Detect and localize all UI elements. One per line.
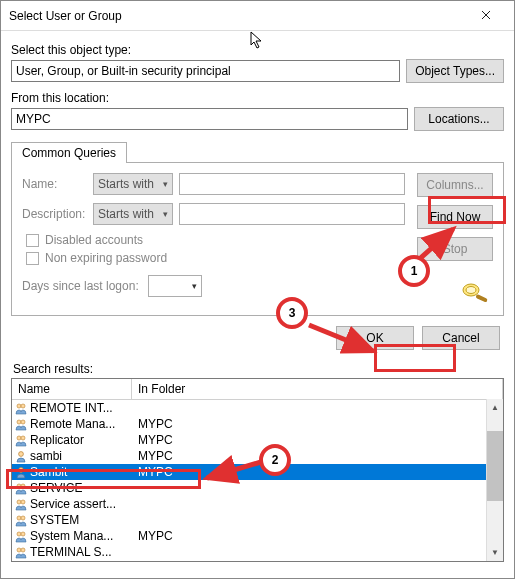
mouse-cursor-icon <box>250 31 266 51</box>
chevron-down-icon: ▾ <box>163 209 168 219</box>
result-name: Service assert... <box>30 497 134 511</box>
result-folder: MYPC <box>134 529 501 543</box>
locations-button[interactable]: Locations... <box>414 107 504 131</box>
name-label: Name: <box>22 177 87 191</box>
svg-point-18 <box>21 532 25 536</box>
svg-point-5 <box>17 420 21 424</box>
titlebar: Select User or Group <box>1 1 514 31</box>
days-since-logon-select[interactable]: ▾ <box>148 275 202 297</box>
result-name: REMOTE INT... <box>30 401 134 415</box>
result-row[interactable]: REMOTE INT... <box>12 400 503 416</box>
user-icon <box>14 465 28 479</box>
scroll-down-icon[interactable]: ▼ <box>487 544 503 561</box>
svg-point-20 <box>21 548 25 552</box>
scroll-up-icon[interactable]: ▲ <box>487 399 503 416</box>
description-query-input[interactable] <box>179 203 405 225</box>
svg-point-9 <box>19 452 24 457</box>
column-name-header[interactable]: Name <box>12 379 132 399</box>
svg-point-17 <box>17 532 21 536</box>
svg-point-15 <box>17 516 21 520</box>
select-user-group-window: Select User or Group Select this object … <box>0 0 515 579</box>
svg-rect-2 <box>475 294 488 303</box>
result-name: System Mana... <box>30 529 134 543</box>
svg-point-11 <box>17 484 21 488</box>
result-row[interactable]: Remote Mana...MYPC <box>12 416 503 432</box>
close-icon <box>481 9 491 23</box>
queries-form: Name: Starts with ▾ Description: Starts … <box>22 173 405 305</box>
svg-point-1 <box>466 287 476 294</box>
result-folder: MYPC <box>134 449 501 463</box>
svg-point-4 <box>21 404 25 408</box>
result-row[interactable]: SYSTEM <box>12 512 503 528</box>
svg-point-16 <box>21 516 25 520</box>
name-mode-select[interactable]: Starts with ▾ <box>93 173 173 195</box>
svg-point-7 <box>17 436 21 440</box>
group-icon <box>14 401 28 415</box>
group-icon <box>14 497 28 511</box>
object-types-button[interactable]: Object Types... <box>406 59 504 83</box>
result-row[interactable]: System Mana...MYPC <box>12 528 503 544</box>
result-name: Replicator <box>30 433 134 447</box>
disabled-accounts-label: Disabled accounts <box>45 233 143 247</box>
svg-point-12 <box>21 484 25 488</box>
result-folder: MYPC <box>134 433 501 447</box>
non-expiring-password-checkbox[interactable] <box>26 252 39 265</box>
annotation-arrow-1 <box>405 223 465 273</box>
cancel-button[interactable]: Cancel <box>422 326 500 350</box>
result-name: sambi <box>30 449 134 463</box>
name-query-input[interactable] <box>179 173 405 195</box>
svg-point-6 <box>21 420 25 424</box>
window-title: Select User or Group <box>9 9 466 23</box>
tab-common-queries[interactable]: Common Queries <box>11 142 127 163</box>
result-row[interactable]: TERMINAL S... <box>12 544 503 560</box>
non-expiring-password-label: Non expiring password <box>45 251 167 265</box>
object-type-field[interactable] <box>11 60 400 82</box>
chevron-down-icon: ▾ <box>192 281 197 291</box>
results-scrollbar[interactable]: ▲ ▼ <box>486 399 503 561</box>
svg-point-3 <box>17 404 21 408</box>
location-field[interactable] <box>11 108 408 130</box>
result-name: Remote Mana... <box>30 417 134 431</box>
result-name: SYSTEM <box>30 513 134 527</box>
description-label: Description: <box>22 207 87 221</box>
result-folder: MYPC <box>134 465 501 479</box>
find-icon <box>459 279 493 305</box>
annotation-arrow-2 <box>201 454 271 494</box>
user-icon <box>14 449 28 463</box>
svg-point-13 <box>17 500 21 504</box>
result-folder: MYPC <box>134 417 501 431</box>
column-folder-header[interactable]: In Folder <box>132 379 503 399</box>
disabled-accounts-checkbox[interactable] <box>26 234 39 247</box>
days-since-logon-label: Days since last logon: <box>22 279 142 293</box>
location-label: From this location: <box>11 91 504 105</box>
columns-button[interactable]: Columns... <box>417 173 493 197</box>
description-mode-select[interactable]: Starts with ▾ <box>93 203 173 225</box>
group-icon <box>14 513 28 527</box>
svg-point-10 <box>19 468 24 473</box>
scroll-thumb[interactable] <box>487 431 503 501</box>
svg-point-19 <box>17 548 21 552</box>
group-icon <box>14 433 28 447</box>
chevron-down-icon: ▾ <box>163 179 168 189</box>
search-results-label: Search results: <box>13 362 504 376</box>
group-icon <box>14 481 28 495</box>
result-name: SERVICE <box>30 481 134 495</box>
svg-point-8 <box>21 436 25 440</box>
group-icon <box>14 529 28 543</box>
result-name: Sambit <box>30 465 134 479</box>
close-button[interactable] <box>466 2 506 30</box>
group-icon <box>14 417 28 431</box>
svg-point-14 <box>21 500 25 504</box>
result-row[interactable]: ReplicatorMYPC <box>12 432 503 448</box>
result-name: TERMINAL S... <box>30 545 134 559</box>
annotation-arrow-3 <box>303 319 383 359</box>
group-icon <box>14 545 28 559</box>
result-row[interactable]: Service assert... <box>12 496 503 512</box>
